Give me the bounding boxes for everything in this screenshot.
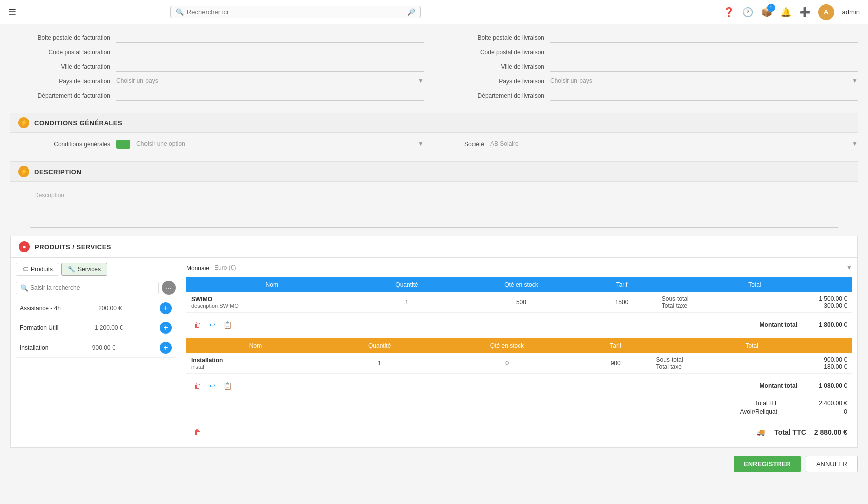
search-bar[interactable]: 🔍 🔎	[170, 6, 421, 18]
search-input[interactable]	[187, 8, 404, 16]
tab-services-label: Services	[78, 266, 101, 273]
cancel-button[interactable]: ANNULER	[806, 456, 858, 472]
list-item[interactable]: Assistance - 4h 200.00 € +	[16, 299, 176, 318]
orange-table-header: Nom Quantité Qté en stock Tarif Total	[186, 338, 852, 353]
notifications-icon[interactable]: 📦 1	[761, 7, 772, 18]
blue-row-quantite: 1	[358, 292, 456, 313]
menu-icon[interactable]: ☰	[8, 7, 16, 18]
code-postal-livraison-label: Code postal de livraison	[444, 49, 544, 56]
departement-facturation-row: Département de facturation	[10, 90, 424, 101]
bottom-left-buttons: 🗑	[191, 426, 203, 438]
blue-table-footer: 🗑 ↩ 📋 Montant total 1 800.00 €	[186, 316, 852, 334]
code-postal-livraison-row: Code postal de livraison	[444, 47, 858, 57]
truck-button[interactable]: 🚚	[754, 426, 766, 438]
blue-table-body: SWIMO description SWIMO 1 500 1500 Sous-…	[186, 292, 852, 313]
blue-action-button1[interactable]: ↩	[206, 319, 218, 331]
orange-col-total: Total	[651, 338, 852, 353]
blue-col-nom: Nom	[186, 277, 358, 292]
conditions-arrow: ▼	[418, 140, 424, 147]
table-row: Installation instal 1 0 900 Sous-total 9…	[186, 353, 852, 374]
boite-postale-livraison-input[interactable]	[550, 32, 858, 43]
boite-postale-livraison-row: Boite postale de livraison	[444, 32, 858, 43]
description-placeholder: Description	[34, 192, 64, 199]
ville-livraison-row: Ville de livraison	[444, 61, 858, 72]
code-postal-livraison-input[interactable]	[550, 47, 858, 57]
blue-delete-button[interactable]: 🗑	[191, 319, 203, 331]
service-search-input[interactable]	[30, 284, 154, 291]
code-postal-facturation-input[interactable]	[116, 47, 424, 57]
service-name-1: Formation Utili	[20, 324, 58, 331]
avoir-reliquat-label: Avoir/Reliquat	[740, 408, 777, 415]
orange-col-nom: Nom	[186, 338, 325, 353]
bottom-delete-button[interactable]: 🗑	[191, 426, 203, 438]
orange-col-tarif: Tarif	[580, 338, 651, 353]
pays-facturation-select[interactable]: Choisir un pays ▼	[116, 76, 424, 86]
ville-facturation-input[interactable]	[116, 61, 424, 72]
left-panel: 🏷 Produits 🔧 Services 🔍 ···	[11, 258, 181, 447]
user-label[interactable]: admin	[842, 8, 860, 16]
blue-montant-total: Montant total 1 800.00 €	[760, 321, 847, 328]
list-item[interactable]: Installation 900.00 € +	[16, 338, 176, 358]
blue-action-button2[interactable]: 📋	[221, 319, 233, 331]
orange-row-quantite: 1	[325, 353, 434, 374]
total-ht-row: Total HT 2 400.00 €	[191, 400, 847, 407]
societe-select[interactable]: AB Solaire ▼	[490, 139, 858, 149]
products-layout: 🏷 Produits 🔧 Services 🔍 ···	[11, 258, 857, 447]
service-name-2: Installation	[20, 344, 48, 351]
tabs: 🏷 Produits 🔧 Services	[16, 263, 176, 276]
avoir-reliquat-row: Avoir/Reliquat 0	[191, 408, 847, 415]
grand-totals: Total HT 2 400.00 € Avoir/Reliquat 0	[186, 395, 852, 422]
search-input-wrap[interactable]: 🔍	[16, 282, 159, 294]
save-button[interactable]: ENREGISTRER	[734, 456, 801, 472]
help-icon[interactable]: ❓	[723, 7, 734, 18]
conditions-select[interactable]: Choisir une option ▼	[136, 139, 424, 149]
departement-livraison-input[interactable]	[550, 90, 858, 101]
avatar[interactable]: A	[818, 4, 834, 20]
conditions-generales-row: Conditions générales Choisir une option …	[10, 139, 424, 149]
departement-livraison-row: Département de livraison	[444, 90, 858, 101]
history-icon[interactable]: 🕐	[742, 7, 753, 18]
conditions-section-header: ⚡ Conditions Générales	[10, 113, 858, 133]
total-ttc-area: 🚚 Total TTC 2 880.00 €	[754, 426, 847, 438]
produits-icon: 🏷	[22, 266, 28, 273]
ville-livraison-label: Ville de livraison	[444, 63, 544, 70]
blue-col-quantite: Quantité	[358, 277, 456, 292]
pays-livraison-label: Pays de livraison	[444, 78, 544, 85]
blue-row-name: SWIMO description SWIMO	[186, 292, 358, 313]
blue-table-header: Nom Quantité Qté en stock Tarif Total	[186, 277, 852, 292]
add-service-2-button[interactable]: +	[160, 342, 172, 354]
notification-badge: 1	[767, 4, 775, 12]
search-icon-small: 🔍	[20, 284, 28, 292]
code-postal-facturation-label: Code postal facturation	[10, 49, 110, 56]
add-service-0-button[interactable]: +	[160, 302, 172, 314]
departement-livraison-label: Département de livraison	[444, 92, 544, 99]
currency-select[interactable]: Euro (€) ▼	[214, 263, 852, 273]
orange-row-qte-stock: 0	[434, 353, 580, 374]
more-button[interactable]: ···	[162, 281, 176, 295]
orange-row-tarif: 900	[580, 353, 651, 374]
description-textarea[interactable]: Description	[30, 188, 838, 228]
conditions-toggle[interactable]	[116, 140, 130, 149]
societe-label: Société	[444, 141, 484, 148]
add-icon[interactable]: ➕	[799, 7, 810, 18]
tab-produits[interactable]: 🏷 Produits	[16, 263, 59, 276]
table-row: SWIMO description SWIMO 1 500 1500 Sous-…	[186, 292, 852, 313]
products-title: Produits / Services	[35, 243, 111, 251]
orange-delete-button[interactable]: 🗑	[191, 380, 203, 392]
blue-row-qte-stock: 500	[456, 292, 587, 313]
conditions-form: Conditions générales Choisir une option …	[10, 139, 858, 153]
pays-livraison-select[interactable]: Choisir un pays ▼	[550, 76, 858, 86]
add-service-1-button[interactable]: +	[160, 322, 172, 334]
alerts-icon[interactable]: 🔔	[780, 7, 791, 18]
search-icon: 🔍	[176, 8, 184, 16]
ville-livraison-input[interactable]	[550, 61, 858, 72]
blue-col-qte-stock: Qté en stock	[456, 277, 587, 292]
boite-postale-facturation-input[interactable]	[116, 32, 424, 43]
list-item[interactable]: Formation Utili 1 200.00 € +	[16, 318, 176, 338]
services-icon: 🔧	[68, 266, 75, 273]
search-submit-icon: 🔎	[407, 8, 415, 16]
departement-facturation-input[interactable]	[116, 90, 424, 101]
tab-services[interactable]: 🔧 Services	[61, 263, 107, 276]
orange-action-button2[interactable]: 📋	[221, 380, 233, 392]
orange-action-button1[interactable]: ↩	[206, 380, 218, 392]
